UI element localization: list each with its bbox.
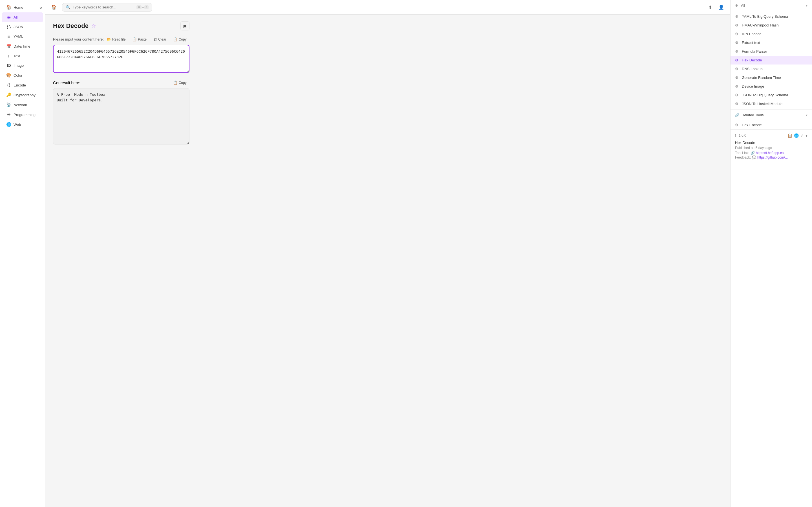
- profile-button[interactable]: 👤: [717, 3, 726, 12]
- sidebar-icon-home: 🏠: [6, 5, 11, 10]
- tool-item-hmac-whirlpool[interactable]: ⚙HMAC-Whirlpool Hash: [730, 21, 812, 30]
- feedback-icon: 💬: [752, 156, 756, 159]
- right-panel: ⚙ All ▾ ⚙YAML To Big Query Schema⚙HMAC-W…: [730, 0, 812, 507]
- related-tool-icon-hex-encode: ⚙: [735, 123, 740, 127]
- tool-label-dns-lookup: DNS Lookup: [742, 67, 763, 71]
- sidebar-item-json[interactable]: { }JSON: [2, 22, 43, 32]
- sidebar-label-home: Home: [13, 5, 23, 10]
- feedback-url[interactable]: https://github.com/...: [757, 156, 788, 159]
- sidebar: ‹‹ 🏠Home◉All{ }JSON≡YAML📅Date/TimeTText🖼…: [0, 0, 45, 507]
- sidebar-item-color[interactable]: 🎨Color: [2, 70, 43, 80]
- sidebar-item-all[interactable]: ◉All: [2, 12, 43, 22]
- content-area: Hex Decode ☆ ▣ Please input your content…: [45, 15, 197, 507]
- sidebar-icon-cryptography: 🔑: [6, 93, 11, 98]
- tool-label-gen-random-time: Generate Random Time: [742, 75, 781, 80]
- copy-output-button[interactable]: 📋 Copy: [170, 79, 190, 86]
- tool-item-json-haskell[interactable]: ⚙JSON To Haskell Module: [730, 100, 812, 108]
- sidebar-item-programming[interactable]: ✳Programming: [2, 110, 43, 119]
- search-bar[interactable]: 🔍 ⌘ + K: [62, 3, 152, 11]
- sidebar-icon-all: ◉: [6, 15, 11, 20]
- sidebar-label-encode: Encode: [13, 83, 26, 87]
- check-icon[interactable]: ✓: [801, 133, 804, 138]
- tool-label-json-haskell: JSON To Haskell Module: [742, 102, 782, 106]
- panel-toggle-button[interactable]: ▣: [181, 21, 190, 31]
- sidebar-item-home[interactable]: 🏠Home: [2, 3, 43, 12]
- paste-button[interactable]: 📋 Paste: [130, 36, 149, 43]
- tool-label-json-bq: JSON To Big Query Schema: [742, 93, 788, 97]
- read-file-icon: 📂: [107, 37, 111, 41]
- tool-icon-json-haskell: ⚙: [735, 102, 740, 106]
- info-icon: ℹ: [735, 133, 737, 138]
- sidebar-icon-web: 🌐: [6, 122, 11, 127]
- tool-item-device-image[interactable]: ⚙Device Image: [730, 82, 812, 91]
- paste-label: Paste: [138, 38, 147, 41]
- link-icon: 🔗: [751, 151, 755, 155]
- sidebar-item-network[interactable]: 📡Network: [2, 100, 43, 110]
- copy-version-icon[interactable]: 📋: [788, 133, 792, 138]
- sidebar-item-image[interactable]: 🖼Image: [2, 61, 43, 70]
- tool-icon-gen-random-time: ⚙: [735, 75, 740, 80]
- tool-item-gen-random-time[interactable]: ⚙Generate Random Time: [730, 73, 812, 82]
- related-tools-label: Related Tools: [742, 113, 764, 117]
- clear-button[interactable]: 🗑 Clear: [151, 36, 169, 43]
- sidebar-label-color: Color: [13, 73, 22, 77]
- copy-output-label: Copy: [179, 81, 187, 85]
- sidebar-item-text[interactable]: TText: [2, 51, 43, 61]
- tool-icon-formula-parser: ⚙: [735, 49, 740, 54]
- read-file-button[interactable]: 📂 Read file: [104, 36, 128, 43]
- tool-label-hmac-whirlpool: HMAC-Whirlpool Hash: [742, 23, 779, 27]
- sidebar-icon-programming: ✳: [6, 112, 11, 117]
- tool-item-json-bq[interactable]: ⚙JSON To Big Query Schema: [730, 91, 812, 100]
- version-info: Hex Decode Published at: 5 days ago Tool…: [735, 140, 808, 159]
- tool-icon-extract-text: ⚙: [735, 41, 740, 45]
- tool-icon-json-bq: ⚙: [735, 93, 740, 97]
- sidebar-label-cryptography: Cryptography: [13, 93, 36, 97]
- globe-icon[interactable]: 🌐: [794, 133, 799, 138]
- tool-label-formula-parser: Formula Parser: [742, 49, 767, 54]
- search-icon: 🔍: [66, 5, 70, 10]
- related-tool-hex-encode[interactable]: ⚙Hex Encode: [730, 121, 812, 129]
- related-tools-header[interactable]: 🔗 Related Tools ▾: [730, 110, 812, 121]
- sidebar-label-json: JSON: [13, 25, 23, 29]
- sidebar-item-datetime[interactable]: 📅Date/Time: [2, 41, 43, 51]
- search-input[interactable]: [73, 5, 134, 9]
- sidebar-icon-yaml: ≡: [6, 34, 11, 39]
- sidebar-item-encode[interactable]: ⟨⟩Encode: [2, 80, 43, 90]
- home-button[interactable]: 🏠: [50, 3, 59, 12]
- input-label: Please input your content here:: [53, 37, 104, 41]
- version-chevron[interactable]: ▾: [806, 133, 808, 138]
- hex-input-textarea[interactable]: 4120467265652C204D6F6465726E20546F6F6C62…: [53, 45, 190, 73]
- tool-item-dns-lookup[interactable]: ⚙DNS Lookup: [730, 64, 812, 73]
- tool-link-url[interactable]: https://t.he3app.co...: [756, 151, 786, 155]
- top-bar: 🏠 🔍 ⌘ + K ⬆ 👤: [45, 0, 730, 15]
- published-date: Published at: 5 days ago: [735, 146, 808, 150]
- tool-icon-hex-decode: ⚙: [735, 58, 740, 62]
- sidebar-label-network: Network: [13, 103, 27, 107]
- tool-label-idn-encode: IDN Encode: [742, 32, 762, 36]
- clear-label: Clear: [158, 38, 166, 41]
- sidebar-icon-datetime: 📅: [6, 44, 11, 49]
- sidebar-icon-encode: ⟨⟩: [6, 82, 11, 88]
- tool-item-extract-text[interactable]: ⚙Extract text: [730, 38, 812, 47]
- tool-item-idn-encode[interactable]: ⚙IDN Encode: [730, 30, 812, 38]
- share-button[interactable]: ⬆: [705, 3, 714, 12]
- tool-item-yaml-bq[interactable]: ⚙YAML To Big Query Schema: [730, 12, 812, 21]
- favorite-button[interactable]: ☆: [91, 23, 96, 29]
- sidebar-collapse-btn[interactable]: ‹‹: [40, 5, 43, 10]
- tool-icon-idn-encode: ⚙: [735, 32, 740, 36]
- sidebar-item-web[interactable]: 🌐Web: [2, 120, 43, 129]
- sidebar-item-yaml[interactable]: ≡YAML: [2, 32, 43, 41]
- sidebar-item-cryptography[interactable]: 🔑Cryptography: [2, 90, 43, 100]
- related-tools-section: 🔗 Related Tools ▾ ⚙Hex Encode: [730, 110, 812, 129]
- copy-input-button[interactable]: 📋 Copy: [170, 36, 190, 43]
- sidebar-icon-network: 📡: [6, 102, 11, 107]
- all-filter-header[interactable]: ⚙ All ▾: [730, 0, 812, 11]
- kbd-cmd: ⌘: [137, 5, 142, 9]
- sidebar-label-text: Text: [13, 54, 20, 58]
- related-tool-label-hex-encode: Hex Encode: [742, 123, 762, 127]
- tool-item-hex-decode[interactable]: ⚙Hex Decode: [730, 56, 812, 64]
- tool-item-formula-parser[interactable]: ⚙Formula Parser: [730, 47, 812, 56]
- input-actions: 📂 Read file 📋 Paste 🗑 Clear 📋 Copy: [104, 36, 190, 43]
- page-title: Hex Decode: [53, 22, 89, 30]
- sidebar-label-yaml: YAML: [13, 34, 23, 39]
